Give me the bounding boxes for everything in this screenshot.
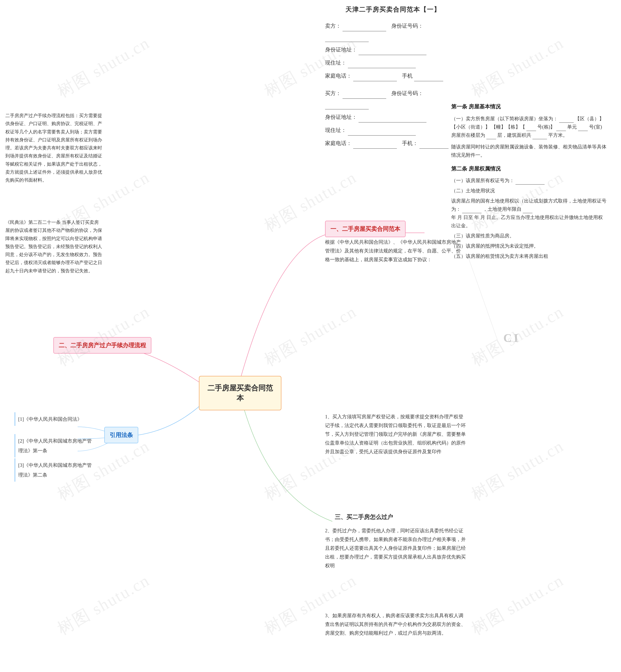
center-node: 二手房屋买卖合同范本 <box>199 376 281 410</box>
transfer-step3: 3、如果房屋存有共有权人，购房者应该要求卖方出具具有权人调查出售的证明以其所持有… <box>325 611 466 637</box>
law2-box: [2]《中华人民共和国城市房地产管理法》第一条 <box>14 434 97 457</box>
buyer-phone-label: 家庭电话： <box>325 140 352 146</box>
branch-node-laws[interactable]: 引用法条 <box>104 427 138 443</box>
seller-address-label: 身份证地址： <box>325 47 357 53</box>
property-type: （三）该房屋性质为商品房。 <box>451 232 607 240</box>
buyer-residence-row: 现住址： <box>325 125 461 135</box>
contract-main-title: 天津二手房买卖合同范本【一】 <box>325 5 461 14</box>
seller-phone-row: 家庭电话： 手机 <box>325 71 461 81</box>
ownership-row: （一）该房屋所有权证号为： <box>451 176 607 184</box>
buyer-address-row: 身份证地址： <box>325 112 461 122</box>
buyer-residence-label: 现住址： <box>325 127 346 133</box>
mindmap-container: 天津二手房买卖合同范本【一】 卖方： 身份证号码： 身份证地址： 现住址： 家庭… <box>0 0 621 672</box>
branch-node-4[interactable]: 三、买二手房怎么过户 <box>330 509 398 525</box>
seller-address-field[interactable] <box>359 55 426 55</box>
article2-title: 第二条 房屋权属情况 <box>451 164 607 174</box>
seller-label: 卖方： <box>325 23 341 29</box>
article1-panel: 第一条 房屋基本情况 （一）卖方所售房屋（以下简称该房屋）坐落为： 【区（县）】… <box>451 102 607 262</box>
seller-mobile-field[interactable] <box>414 81 443 81</box>
buyer-label: 买方： <box>325 90 341 96</box>
flow-text-block: 二手房房产过户手续办理流程包括：买方需要提供身份证、户口证明、购房协议、完税证明… <box>5 112 102 184</box>
seller-id-label: 身份证号码： <box>391 23 423 29</box>
article1-content1: （一）卖方所售房屋（以下简称该房屋）坐落为： 【区（县）】 【小区（街道）】 【… <box>451 115 607 139</box>
branch1-intro: 根据《中华人民共和国合同法》、《中华人民共和国城市房地产管理法》及其他有关法律法… <box>325 238 461 264</box>
buyer-phone-row: 家庭电话： 手机： <box>325 138 461 149</box>
law3-box: [3]《中华人民共和国城市房地产管理法》第二条 <box>14 458 97 481</box>
article1-content2: 随该房屋同时转让的房屋附属设施设备、装饰装修、相关物品清单等具体情况见附件一。 <box>451 142 607 159</box>
transfer-step2: 2、委托过户办，需委托他人办理，同时还应该出具委托书经公证书；由受委托人携带。如… <box>325 526 466 570</box>
seller-residence-field[interactable] <box>348 68 416 68</box>
buyer-id-field[interactable] <box>325 109 369 110</box>
buyer-mobile-label: 手机： <box>402 140 418 146</box>
seller-phone-field[interactable] <box>353 81 397 81</box>
contract-header-section: 天津二手房买卖合同范本【一】 卖方： 身份证号码： 身份证地址： 现住址： 家庭… <box>325 5 461 151</box>
buyer-row: 买方： 身份证号码： <box>325 88 461 110</box>
land-label: （二）土地使用状况 <box>451 186 607 195</box>
civil-law-text-block: 《民典法》第二百二十一条 当事人签订买卖房屋的协议或者签订其他不动产物权的协议，… <box>5 218 102 275</box>
branch-node-2[interactable]: 二、二手房房产过户手续办理流程 <box>53 337 151 353</box>
seller-address-row: 身份证地址： <box>325 44 461 55</box>
buyer-id-label: 身份证号码： <box>391 90 423 96</box>
rental: （五）该房屋的租赁情况为卖方未将房屋出租 <box>451 252 607 260</box>
seller-residence-label: 现住址： <box>325 60 346 66</box>
law1-box: [1]《中华人民共和国合同法》 <box>14 412 97 426</box>
seller-phone-label: 家庭电话： <box>325 73 352 79</box>
seller-name-field[interactable] <box>342 31 386 31</box>
article1-title: 第一条 房屋基本情况 <box>451 102 607 112</box>
seller-row: 卖方： 身份证号码： <box>325 20 461 42</box>
transfer-step1: 1、买入方须填写房屋产权登记表，按规要求提交资料办理产权登记手续，法定代表人需要… <box>325 412 466 456</box>
land-content: 该房屋占用的国有土地使用权以（出让或划拨方式取得，土地使用权证号为： ，土地使用… <box>451 197 607 230</box>
seller-id-field[interactable] <box>325 42 369 42</box>
branch-node-1[interactable]: 一、二手房屋买卖合同范本 <box>325 221 406 237</box>
mortgage: （四）该房屋的抵押情况为未设定抵押。 <box>451 242 607 250</box>
connector-lines <box>0 0 621 672</box>
buyer-address-label: 身份证地址： <box>325 114 357 120</box>
seller-residence-row: 现住址： <box>325 57 461 68</box>
ci-text: CI <box>503 331 520 345</box>
buyer-name-field[interactable] <box>342 98 386 99</box>
seller-mobile-label: 手机 <box>402 73 413 79</box>
